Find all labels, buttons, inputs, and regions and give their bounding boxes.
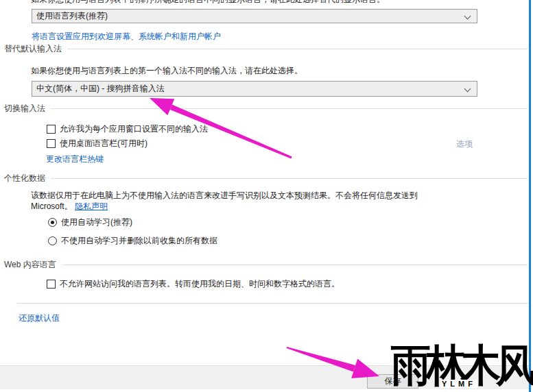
restore-defaults-link[interactable]: 还原默认值 — [19, 313, 60, 324]
no-auto-learning-radio-row[interactable]: 不使用自动学习并删除以前收集的所有数据 — [48, 235, 217, 247]
checkbox-icon[interactable] — [47, 125, 56, 134]
radio-icon[interactable] — [48, 236, 57, 245]
advanced-language-settings-panel: 如果你想使用与语言列表中的排序所确定的语言不同的显示语言，请在此处选择替代的显示… — [0, 0, 533, 392]
section-header-override-default-input: 替代默认输入法 — [4, 44, 528, 53]
section-title-switch-input-method: 切换输入法 — [4, 103, 45, 114]
section-title-web-content-language: Web 内容语言 — [4, 259, 56, 271]
section-divider — [51, 108, 528, 109]
section-header-web-content-language: Web 内容语言 — [4, 260, 528, 269]
window-border-right — [529, 0, 531, 392]
section-divider — [62, 265, 528, 265]
clipped-top-text: 如果你想使用与语言列表中的排序所确定的语言不同的显示语言，请在此处选择替代的显示… — [31, 0, 497, 4]
display-language-dropdown[interactable]: 使用语言列表(推荐) — [32, 9, 477, 23]
default-input-method-dropdown[interactable]: 中文(简体，中国) - 搜狗拼音输入法 — [32, 81, 477, 97]
per-app-input-method-label: 允许我为每个应用窗口设置不同的输入法 — [60, 123, 208, 135]
section-title-personalization-data: 个性化数据 — [4, 173, 45, 184]
use-auto-learning-label: 使用自动学习(推荐) — [61, 217, 132, 228]
change-language-bar-hotkeys-link[interactable]: 更改语言栏热键 — [46, 154, 104, 165]
save-button[interactable]: 保存 — [367, 374, 418, 389]
horizontal-divider — [17, 303, 528, 304]
default-input-method-dropdown-value: 中文(简体，中国) - 搜狗拼音输入法 — [36, 83, 464, 95]
chevron-down-icon — [464, 14, 470, 19]
override-input-description: 如果你想使用与语言列表上的第一个输入法不同的输入法，请在此处选择。 — [31, 65, 303, 77]
desktop-language-bar-label: 使用桌面语言栏(可用时) — [60, 138, 147, 149]
section-header-switch-input-method: 切换输入法 — [4, 103, 528, 113]
website-language-list-label: 不允许网站访问我的语言列表。转而使用我的日期、时间和数字格式的语言。 — [60, 278, 340, 290]
desktop-language-bar-checkbox-row[interactable]: 使用桌面语言栏(可用时) — [47, 138, 147, 149]
per-app-input-method-checkbox-row[interactable]: 允许我为每个应用窗口设置不同的输入法 — [47, 123, 208, 135]
personalization-description: 该数据仅用于在此电脑上为不使用输入法的语言来改进手写识别以及文本预测结果。不会将… — [31, 191, 442, 212]
section-divider — [67, 49, 528, 49]
dialog-footer — [0, 365, 530, 389]
section-header-personalization-data: 个性化数据 — [4, 173, 528, 183]
privacy-statement-link[interactable]: 隐私声明 — [75, 201, 108, 211]
chevron-down-icon — [464, 86, 470, 92]
language-bar-options-link[interactable]: 选项 — [456, 138, 473, 150]
website-language-list-checkbox-row[interactable]: 不允许网站访问我的语言列表。转而使用我的日期、时间和数字格式的语言。 — [47, 278, 340, 290]
checkbox-icon[interactable] — [47, 280, 56, 289]
checkbox-icon[interactable] — [47, 139, 56, 148]
display-language-dropdown-value: 使用语言列表(推荐) — [36, 10, 464, 22]
clipped-top-text-line: 如果你想使用与语言列表中的排序所确定的语言不同的显示语言，请在此处选择替代的显示… — [31, 0, 497, 4]
section-divider — [51, 178, 528, 179]
no-auto-learning-label: 不使用自动学习并删除以前收集的所有数据 — [61, 235, 217, 247]
radio-icon[interactable] — [48, 218, 57, 227]
use-auto-learning-radio-row[interactable]: 使用自动学习(推荐) — [48, 217, 132, 228]
section-title-override-default-input: 替代默认输入法 — [4, 43, 62, 55]
apply-language-settings-link[interactable]: 将语言设置应用到欢迎屏幕、系统帐户和新用户帐户 — [32, 31, 221, 42]
